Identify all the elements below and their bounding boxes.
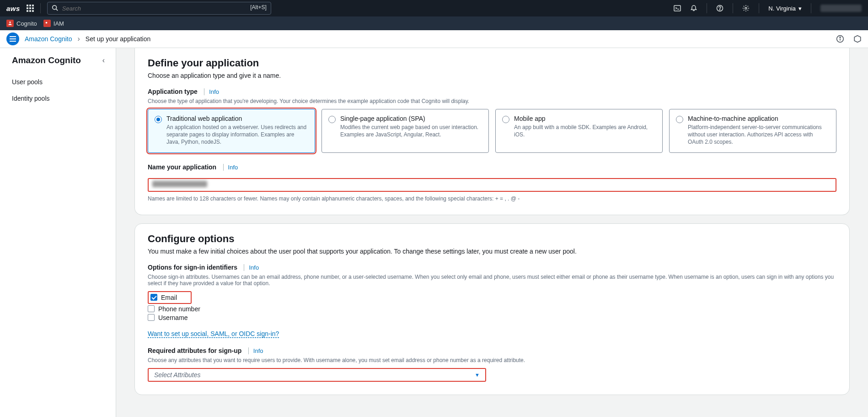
app-name-constraint: Names are limited to 128 characters or f…: [148, 195, 836, 202]
sidebar-item-identity-pools[interactable]: Identity pools: [12, 90, 105, 107]
req-attr-info-link[interactable]: Info: [246, 347, 263, 354]
radio-mobile[interactable]: Mobile app An app built with a mobile SD…: [495, 109, 663, 153]
define-heading: Define your application: [148, 57, 836, 69]
favorite-cognito[interactable]: Cognito: [6, 20, 37, 27]
app-name-label: Name your application: [148, 163, 216, 171]
svg-marker-11: [854, 36, 861, 43]
required-attributes-select[interactable]: Select Attributes ▼: [148, 368, 486, 382]
breadcrumb-current: Set up your application: [86, 35, 150, 43]
configure-options-panel: Configure options You must make a few in…: [134, 223, 850, 395]
search-icon: [52, 5, 58, 11]
svg-point-10: [840, 37, 841, 38]
iam-service-icon: [43, 20, 51, 27]
req-attr-label: Required attributes for sign-up: [148, 347, 241, 354]
svg-point-5: [745, 7, 747, 9]
app-name-input[interactable]: [148, 178, 836, 192]
app-type-radio-group: Traditional web application An applicati…: [148, 109, 836, 153]
collapse-sidebar-icon[interactable]: ‹: [102, 56, 105, 65]
aws-logo[interactable]: aws: [6, 5, 20, 12]
svg-point-7: [45, 22, 47, 24]
favorite-iam[interactable]: IAM: [43, 20, 64, 27]
signin-options-label: Options for sign-in identifiers: [148, 264, 237, 271]
radio-m2m[interactable]: Machine-to-machine application Platform-…: [669, 109, 836, 153]
settings-icon[interactable]: [742, 5, 750, 12]
configure-heading: Configure options: [148, 233, 836, 245]
app-name-info-link[interactable]: Info: [221, 164, 238, 171]
main-content: Define your application Choose an applic…: [116, 48, 868, 417]
side-nav-toggle-button[interactable]: [6, 32, 19, 45]
highlight-email-checkbox: Email: [148, 291, 192, 304]
radio-traditional-web[interactable]: Traditional web application An applicati…: [148, 109, 315, 153]
signin-info-link[interactable]: Info: [242, 264, 259, 271]
sidebar: Amazon Cognito ‹ User pools Identity poo…: [0, 48, 116, 417]
cloudshell-icon[interactable]: [674, 5, 681, 12]
dropdown-caret-icon: ▼: [475, 372, 480, 378]
privacy-icon[interactable]: [853, 35, 862, 43]
configure-sub: You must make a few initial choices abou…: [148, 248, 836, 255]
cognito-service-icon: [6, 20, 14, 27]
svg-line-1: [56, 9, 58, 11]
favorites-bar: Cognito IAM: [0, 16, 868, 30]
checkbox-username[interactable]: [148, 314, 155, 321]
req-attr-help: Choose any attributes that you want to r…: [148, 357, 836, 363]
app-name-value-redacted: [152, 181, 207, 187]
app-type-help: Choose the type of application that you'…: [148, 98, 836, 104]
svg-point-0: [53, 5, 57, 10]
global-search[interactable]: [Alt+S]: [47, 2, 271, 15]
breadcrumb-bar: Amazon Cognito › Set up your application: [0, 30, 868, 48]
services-icon[interactable]: [27, 5, 34, 12]
checkbox-phone[interactable]: [148, 305, 155, 312]
app-type-info-link[interactable]: Info: [202, 88, 219, 95]
region-selector[interactable]: N. Virginia▾: [768, 5, 802, 12]
radio-spa[interactable]: Single-page application (SPA) Modifies t…: [321, 109, 489, 153]
hamburger-icon: [10, 38, 16, 39]
chevron-down-icon: ▾: [798, 5, 802, 12]
app-type-label: Application type: [148, 88, 198, 95]
sidebar-item-user-pools[interactable]: User pools: [12, 74, 105, 90]
breadcrumb-service-link[interactable]: Amazon Cognito: [25, 35, 72, 43]
radio-icon: [155, 116, 162, 123]
radio-icon: [502, 116, 509, 123]
social-signin-link[interactable]: Want to set up social, SAML, or OIDC sig…: [148, 330, 279, 337]
account-menu[interactable]: [820, 5, 862, 12]
search-shortcut: [Alt+S]: [250, 4, 267, 11]
checkbox-email[interactable]: [150, 294, 157, 301]
info-panel-icon[interactable]: [836, 35, 844, 43]
svg-point-6: [9, 22, 11, 23]
define-sub: Choose an application type and give it a…: [148, 72, 836, 79]
svg-point-4: [720, 10, 720, 10]
signin-options-help: Choose sign-in attributes. Usernames can…: [148, 274, 836, 287]
sidebar-title: Amazon Cognito: [12, 55, 81, 65]
notifications-icon[interactable]: [690, 5, 697, 12]
help-icon[interactable]: [716, 5, 723, 12]
define-application-panel: Define your application Choose an applic…: [134, 48, 850, 215]
radio-icon: [328, 116, 336, 123]
global-nav: aws [Alt+S] N. Virginia▾: [0, 0, 868, 16]
radio-icon: [676, 116, 683, 123]
breadcrumb-separator-icon: ›: [78, 35, 80, 43]
search-input[interactable]: [47, 2, 271, 15]
